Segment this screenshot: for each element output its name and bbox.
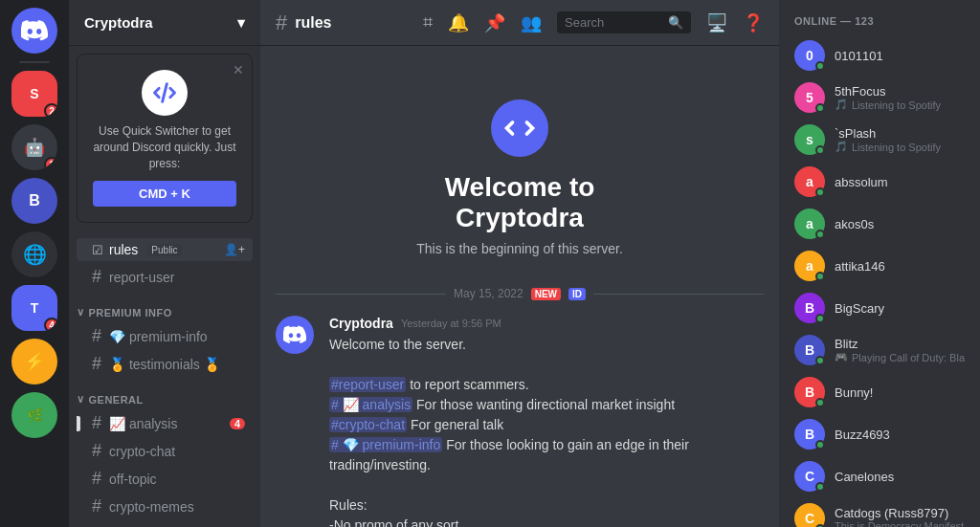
quick-switcher-button[interactable]: CMD + K xyxy=(93,181,236,207)
member-abssolum[interactable]: a abssolum xyxy=(787,161,972,203)
search-box[interactable]: Search 🔍 xyxy=(557,11,691,33)
members-online-label: ONLINE — 123 xyxy=(794,15,874,27)
search-label: Search xyxy=(565,15,664,30)
member-info-bigscary: BigScary xyxy=(835,301,965,316)
member-avatar-akos0s: a xyxy=(794,209,825,239)
mention-report-user: #report-user xyxy=(329,377,406,392)
message-author-cryptodra: Cryptodra xyxy=(329,316,393,331)
server-name: Cryptodra xyxy=(84,14,153,31)
server-badge-1: 2 xyxy=(44,103,57,117)
member-buzz4693[interactable]: B Buzz4693 xyxy=(787,413,972,455)
channel-item-analysis[interactable]: # 📈 analysis 4 xyxy=(77,409,253,437)
id-badge: ID xyxy=(568,288,586,300)
server-header[interactable]: Cryptodra ▾ xyxy=(69,0,260,46)
member-attika146[interactable]: a attika146 xyxy=(787,245,972,287)
member-5thfocus[interactable]: 5 5thFocus 🎵Listening to Spotify xyxy=(787,77,972,119)
welcome-icon xyxy=(491,99,548,157)
channel-item-rules[interactable]: ☑ rules Public 👤+ xyxy=(77,238,253,261)
message-content-cryptodra: Cryptodra Yesterday at 9:56 PM Welcome t… xyxy=(329,316,764,527)
hashtag-icon[interactable]: ⌗ xyxy=(423,12,433,33)
online-dot-bunny xyxy=(815,398,825,407)
online-dot-attika146 xyxy=(815,272,825,281)
server-icon-6[interactable]: ⚡ xyxy=(11,339,57,384)
member-blitz[interactable]: B Blitz 🎮Playing Call of Duty: Black ... xyxy=(787,329,972,371)
welcome-heading: Welcome toCryptodra xyxy=(276,172,764,233)
online-dot-buzz4693 xyxy=(815,440,825,450)
member-name-canelones: Canelones xyxy=(835,470,965,484)
server-icon-3[interactable]: B xyxy=(11,178,57,224)
member-bigscary[interactable]: B BigScary xyxy=(787,287,972,329)
unread-badge-analysis: 4 xyxy=(230,418,245,429)
member-name-5thfocus: 5thFocus xyxy=(835,84,965,99)
public-badge: Public xyxy=(147,244,181,256)
member-status-catdogs: This is Democracy Manifest xyxy=(835,520,965,528)
member-status-5thfocus: 🎵Listening to Spotify xyxy=(835,99,965,111)
unread-indicator xyxy=(77,416,80,431)
channel-item-social-media[interactable]: # social-media xyxy=(77,520,253,527)
mute-icon[interactable]: 🔔 xyxy=(448,12,469,33)
member-splash[interactable]: s `sPlash 🎵Listening to Spotify xyxy=(787,119,972,161)
category-chevron: ∨ xyxy=(77,306,85,318)
member-avatar-splash: s xyxy=(794,124,825,155)
category-chevron-general: ∨ xyxy=(77,393,85,406)
hash-icon-crypto-chat: # xyxy=(92,441,101,461)
spotify-icon-5thfocus: 🎵 xyxy=(835,99,848,111)
online-dot-blitz xyxy=(815,356,825,365)
mention-analysis: # 📈 analysis xyxy=(329,397,412,412)
quick-switcher-popup: ✕ Use Quick Switcher to get around Disco… xyxy=(77,54,253,223)
message-header-cryptodra: Cryptodra Yesterday at 9:56 PM xyxy=(329,316,764,331)
member-akos0s[interactable]: a akos0s xyxy=(787,203,972,245)
chat-header: # rules ⌗ 🔔 📌 👥 Search 🔍 🖥️ ❓ xyxy=(260,0,779,46)
category-premium-info[interactable]: ∨ PREMIUM INFO xyxy=(69,291,260,322)
channel-item-report-user[interactable]: # report-user xyxy=(77,263,253,291)
channel-name-crypto-memes: crypto-memes xyxy=(109,499,194,515)
chat-channel-name: # rules xyxy=(276,11,332,35)
channel-name-premium-info: 💎 premium-info xyxy=(109,329,208,344)
member-avatar-bunny: B xyxy=(794,377,825,407)
member-0101101[interactable]: 0 0101101 xyxy=(787,34,972,77)
server-divider xyxy=(19,61,50,63)
quick-switcher-desc: Use Quick Switcher to get around Discord… xyxy=(93,123,236,171)
close-popup-button[interactable]: ✕ xyxy=(233,62,244,77)
hash-icon-premium: # xyxy=(92,326,101,346)
member-info-akos0s: akos0s xyxy=(835,217,965,231)
main-chat: # rules ⌗ 🔔 📌 👥 Search 🔍 🖥️ ❓ Welcome t xyxy=(260,0,779,527)
server-icon-4[interactable]: 🌐 xyxy=(11,231,57,277)
member-name-bunny: Bunny! xyxy=(835,385,965,400)
member-avatar-buzz4693: B xyxy=(794,419,825,450)
hash-icon-report: # xyxy=(92,267,101,287)
member-name-attika146: attika146 xyxy=(835,259,965,274)
channel-item-off-topic[interactable]: # off-topic xyxy=(77,465,253,493)
help-icon[interactable]: ❓ xyxy=(743,12,764,33)
chat-header-icons: ⌗ 🔔 📌 👥 Search 🔍 🖥️ ❓ xyxy=(423,11,764,33)
member-catdogs[interactable]: C Catdogs (Russ8797) This is Democracy M… xyxy=(787,497,972,527)
member-canelones[interactable]: C Canelones xyxy=(787,455,972,497)
channel-item-testimonials[interactable]: # 🏅 testimonials 🏅 xyxy=(77,350,253,378)
category-general[interactable]: ∨ GENERAL xyxy=(69,378,260,409)
hash-icon-analysis: # xyxy=(92,413,101,433)
server-icon-1[interactable]: S 2 xyxy=(11,71,57,117)
chat-hash-icon: # xyxy=(276,11,287,35)
member-name-splash: `sPlash xyxy=(835,126,965,141)
channel-item-premium-info[interactable]: # 💎 premium-info xyxy=(77,322,253,350)
server-icon-2[interactable]: 🤖 1 xyxy=(11,124,57,170)
server-badge-2: 1 xyxy=(44,157,57,170)
channel-item-crypto-memes[interactable]: # crypto-memes xyxy=(77,493,253,520)
member-info-canelones: Canelones xyxy=(835,470,965,484)
online-dot-0101101 xyxy=(815,61,825,71)
chat-messages: Welcome toCryptodra This is the beginnin… xyxy=(260,46,779,527)
member-info-splash: `sPlash 🎵Listening to Spotify xyxy=(835,126,965,153)
server-icon-7[interactable]: 🌿 xyxy=(11,392,57,438)
server-icon-5[interactable]: T 4 xyxy=(11,285,57,331)
members-icon[interactable]: 👥 xyxy=(521,12,542,33)
chat-channel-label: rules xyxy=(295,14,331,32)
member-bunny[interactable]: B Bunny! xyxy=(787,371,972,413)
inbox-icon[interactable]: 🖥️ xyxy=(706,12,727,33)
welcome-section: Welcome toCryptodra This is the beginnin… xyxy=(260,61,779,279)
discord-home-button[interactable] xyxy=(11,8,57,54)
category-label-premium: PREMIUM INFO xyxy=(89,307,172,318)
member-avatar-canelones: C xyxy=(794,461,825,492)
channel-item-crypto-chat[interactable]: # crypto-chat xyxy=(77,437,253,465)
pin-icon[interactable]: 📌 xyxy=(484,12,505,33)
member-name-catdogs: Catdogs (Russ8797) xyxy=(835,506,965,520)
